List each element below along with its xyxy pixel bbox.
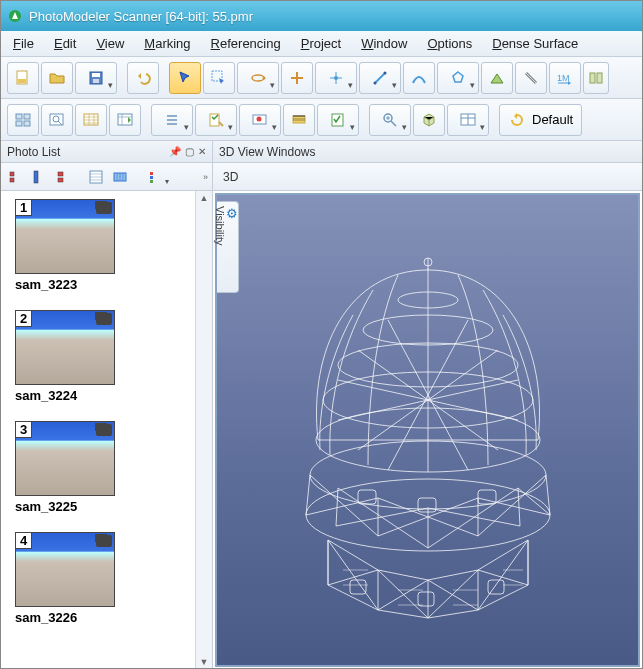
references-button[interactable] — [583, 62, 609, 94]
layout-preset-button[interactable]: Default — [499, 104, 582, 136]
svg-rect-48 — [418, 498, 436, 512]
svg-point-10 — [374, 81, 377, 84]
details-button[interactable] — [85, 166, 107, 188]
menu-window[interactable]: Window — [361, 36, 407, 51]
svg-point-11 — [384, 71, 387, 74]
svg-rect-51 — [418, 592, 434, 606]
dock-icon[interactable]: ▢ — [185, 146, 194, 157]
curve-mode-button[interactable] — [403, 62, 435, 94]
visibility-label: Visibility — [214, 206, 226, 246]
zoom-button[interactable] — [369, 104, 411, 136]
layout-label: Default — [532, 112, 573, 127]
photo-thumbnail[interactable]: 2 sam_3224 — [15, 310, 198, 403]
photo-name: sam_3226 — [15, 610, 198, 625]
quality-button[interactable] — [317, 104, 359, 136]
close-icon[interactable]: ✕ — [198, 146, 206, 157]
photo-thumbnail[interactable]: 3 sam_3225 — [15, 421, 198, 514]
svg-rect-37 — [150, 172, 153, 175]
view-label: 3D — [217, 170, 244, 184]
3d-wireframe-model — [268, 240, 588, 620]
app-title: PhotoModeler Scanner [64-bit]: 55.pmr — [29, 9, 253, 24]
photo-table-button[interactable] — [109, 104, 141, 136]
main-toolbar: 1M — [1, 57, 642, 99]
line-mode-button[interactable] — [359, 62, 401, 94]
undo-button[interactable] — [127, 62, 159, 94]
thumbs-small-button[interactable] — [5, 166, 27, 188]
mark-button[interactable] — [195, 104, 237, 136]
svg-rect-33 — [58, 172, 63, 176]
scroll-down-icon[interactable]: ▼ — [198, 655, 211, 669]
pin-icon[interactable]: 📌 — [169, 146, 181, 157]
select-button[interactable] — [169, 62, 201, 94]
surface-mode-button[interactable] — [481, 62, 513, 94]
svg-point-8 — [263, 76, 266, 79]
svg-rect-38 — [150, 176, 153, 179]
svg-rect-52 — [488, 580, 504, 594]
3d-view-title: 3D View Windows — [219, 145, 315, 159]
camera-icon — [96, 202, 112, 214]
svg-rect-18 — [24, 121, 30, 126]
chevron-right-icon[interactable]: » — [203, 172, 208, 182]
menu-view[interactable]: View — [96, 36, 124, 51]
mode3d-button[interactable] — [413, 104, 445, 136]
photo-thumbnail[interactable]: 1 sam_3223 — [15, 199, 198, 292]
new-project-button[interactable] — [7, 62, 39, 94]
photo-list-panel: Photo List 📌 ▢ ✕ » 1 sam_3223 — [1, 141, 213, 669]
visibility-tab[interactable]: ⚙ Visibility — [217, 201, 239, 293]
svg-rect-30 — [10, 172, 14, 176]
thumbs-med-button[interactable] — [53, 166, 75, 188]
svg-rect-4 — [92, 73, 100, 77]
menu-marking[interactable]: Marking — [144, 36, 190, 51]
color-button[interactable] — [283, 104, 315, 136]
menu-options[interactable]: Options — [427, 36, 472, 51]
idealize-button[interactable] — [239, 104, 281, 136]
thumbs-tall-button[interactable] — [29, 166, 51, 188]
svg-rect-5 — [93, 79, 99, 83]
menu-dense-surface[interactable]: Dense Surface — [492, 36, 578, 51]
rotate-view-button[interactable] — [237, 62, 279, 94]
menu-file[interactable]: File — [13, 36, 34, 51]
svg-rect-14 — [597, 73, 602, 83]
titlebar: PhotoModeler Scanner [64-bit]: 55.pmr — [1, 1, 642, 31]
menu-referencing[interactable]: Referencing — [211, 36, 281, 51]
photo-list-header: Photo List 📌 ▢ ✕ — [1, 141, 212, 163]
svg-rect-26 — [293, 116, 305, 123]
svg-rect-34 — [58, 178, 63, 182]
workspace: Photo List 📌 ▢ ✕ » 1 sam_3223 — [1, 141, 642, 669]
3d-view-toolbar: 3D — [213, 163, 642, 191]
save-button[interactable] — [75, 62, 117, 94]
table-view-button[interactable] — [447, 104, 489, 136]
svg-rect-31 — [10, 178, 14, 182]
photo-list: 1 sam_3223 2 sam_3224 3 sam_3225 4 sam_3… — [1, 191, 212, 669]
photo-index: 1 — [15, 199, 32, 216]
scale-button[interactable]: 1M — [549, 62, 581, 94]
menu-edit[interactable]: Edit — [54, 36, 76, 51]
camera-icon — [96, 535, 112, 547]
svg-point-25 — [257, 116, 262, 121]
point-mode-button[interactable] — [315, 62, 357, 94]
region-select-button[interactable] — [203, 62, 235, 94]
svg-point-9 — [334, 76, 338, 80]
sort-button[interactable] — [141, 166, 171, 188]
secondary-toolbar: Default — [1, 99, 642, 141]
svg-rect-2 — [18, 79, 26, 83]
shape-mode-button[interactable] — [437, 62, 479, 94]
app-icon — [7, 8, 23, 24]
3d-viewport[interactable]: ⚙ Visibility — [215, 193, 640, 667]
camera-icon — [96, 424, 112, 436]
scrollbar[interactable]: ▲ ▼ — [195, 191, 212, 669]
window-layout-button[interactable] — [7, 104, 39, 136]
open-photo-button[interactable] — [41, 104, 73, 136]
photo-thumbnail[interactable]: 4 sam_3226 — [15, 532, 198, 625]
photo-name: sam_3223 — [15, 277, 198, 292]
scroll-up-icon[interactable]: ▲ — [198, 191, 211, 205]
list-button[interactable] — [151, 104, 193, 136]
chips-button[interactable] — [109, 166, 131, 188]
menu-project[interactable]: Project — [301, 36, 341, 51]
camera-icon — [96, 313, 112, 325]
pan-view-button[interactable] — [281, 62, 313, 94]
open-project-button[interactable] — [41, 62, 73, 94]
open-table-button[interactable] — [75, 104, 107, 136]
measure-button[interactable] — [515, 62, 547, 94]
photo-index: 4 — [15, 532, 32, 549]
